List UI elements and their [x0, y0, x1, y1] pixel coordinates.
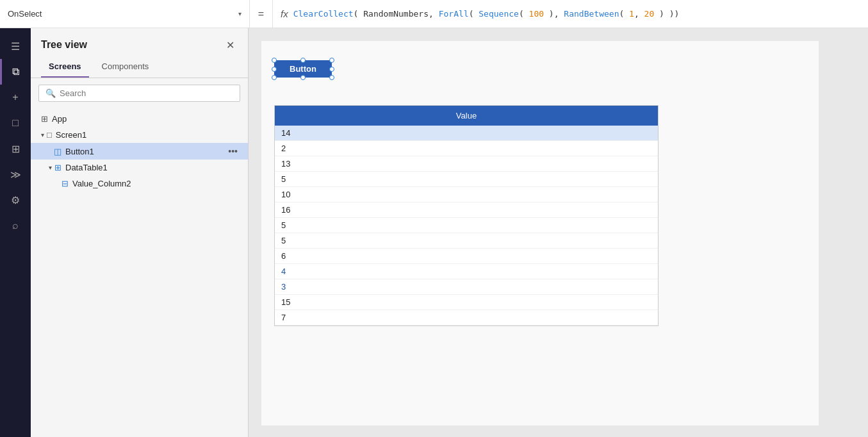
table-row: 15: [275, 295, 658, 310]
handle-bottom-right: [329, 75, 334, 80]
handle-middle-right: [329, 67, 334, 72]
handle-top-left: [272, 58, 277, 63]
sidebar-item-settings[interactable]: ⚙: [0, 187, 31, 213]
table-row: 10: [275, 187, 658, 202]
add-icon: +: [12, 92, 18, 103]
table-row: 2: [275, 141, 658, 156]
table-row: 5: [275, 233, 658, 249]
table-row: 7: [275, 310, 658, 326]
shapes-icon: □: [12, 117, 19, 129]
property-selector[interactable]: OnSelect ▾: [0, 0, 250, 28]
handle-bottom-left: [272, 75, 277, 80]
sidebar-item-add[interactable]: +: [0, 85, 31, 110]
canvas-datatable: Value 142135101655643157: [274, 105, 659, 326]
panel-header: Tree view ✕: [31, 28, 248, 58]
tree-label-app: App: [52, 114, 67, 124]
sidebar-item-hamburger[interactable]: ☰: [0, 33, 31, 59]
settings-icon: ⚙: [11, 194, 20, 206]
tree-item-app[interactable]: ⊞ App: [31, 111, 248, 127]
variables-icon: ≫: [10, 169, 21, 181]
sidebar-item-layers[interactable]: ⧉: [0, 59, 31, 85]
tree-label-value-column2: Value_Column2: [72, 179, 131, 188]
table-row: 4: [275, 264, 658, 279]
tab-screens[interactable]: Screens: [41, 58, 89, 78]
tree-item-button1[interactable]: ◫ Button1 •••: [31, 143, 248, 160]
handle-top-right: [329, 58, 334, 63]
side-panel: Tree view ✕ Screens Components 🔍 ⊞ App ▾…: [31, 28, 249, 437]
tree-label-datatable1: DataTable1: [65, 163, 108, 172]
canvas-area: Button Value 142135101655643157: [249, 28, 868, 437]
table-row: 13: [275, 156, 658, 172]
icon-bar: ☰ ⧉ + □ ⊞ ≫ ⚙ ⌕: [0, 28, 31, 437]
column-icon: ⊟: [61, 179, 69, 188]
tree-item-datatable1[interactable]: ▾ ⊞ DataTable1: [31, 160, 248, 176]
table-row: 5: [275, 172, 658, 187]
layers-icon: ⧉: [12, 66, 19, 78]
hamburger-icon: ☰: [11, 40, 20, 53]
data-icon: ⊞: [12, 143, 20, 155]
sidebar-item-search[interactable]: ⌕: [0, 213, 31, 238]
sidebar-item-variables[interactable]: ≫: [0, 161, 31, 187]
datatable-icon: ⊞: [54, 163, 61, 172]
datatable-header: Value: [275, 106, 658, 126]
formula-text: ClearCollect( RandomNumbers, ForAll( Seq…: [293, 9, 680, 19]
property-select-text: OnSelect: [8, 9, 42, 19]
canvas-button-wrapper[interactable]: Button: [274, 60, 332, 78]
tree-item-screen1[interactable]: ▾ □ Screen1: [31, 127, 248, 143]
canvas-button-label: Button: [290, 64, 316, 74]
search-box[interactable]: 🔍: [38, 85, 240, 102]
panel-title: Tree view: [41, 39, 87, 51]
expand-icon-screen1: ▾: [41, 131, 44, 138]
canvas-inner: Button Value 142135101655643157: [261, 41, 819, 425]
canvas-button[interactable]: Button: [274, 60, 332, 78]
formula-icon: fx: [281, 8, 288, 19]
table-row: 5: [275, 218, 658, 233]
search-icon: ⌕: [12, 220, 19, 231]
button-icon: ◫: [54, 147, 61, 156]
sidebar-item-shapes[interactable]: □: [0, 110, 31, 136]
sidebar-item-data[interactable]: ⊞: [0, 136, 31, 161]
datatable-rows: 142135101655643157: [275, 126, 658, 326]
chevron-down-icon: ▾: [238, 10, 242, 17]
table-row: 16: [275, 202, 658, 218]
main-layout: ☰ ⧉ + □ ⊞ ≫ ⚙ ⌕ Tree view ✕ Screens: [0, 28, 868, 437]
table-row: 3: [275, 279, 658, 295]
handle-top-center: [300, 58, 306, 63]
more-options-button[interactable]: •••: [228, 146, 238, 156]
table-row: 14: [275, 126, 658, 141]
expand-icon-datatable1: ▾: [49, 164, 52, 171]
top-bar: OnSelect ▾ = fx ClearCollect( RandomNumb…: [0, 0, 868, 28]
search-icon: 🔍: [45, 88, 56, 98]
tree-content: ⊞ App ▾ □ Screen1 ◫ Button1 ••• ▾ ⊞ Data…: [31, 108, 248, 437]
tab-components[interactable]: Components: [94, 58, 157, 78]
close-button[interactable]: ✕: [222, 37, 238, 53]
handle-bottom-center: [300, 75, 306, 80]
table-row: 6: [275, 249, 658, 264]
equals-sign: =: [250, 0, 273, 28]
panel-tabs: Screens Components: [31, 58, 248, 78]
handle-middle-left: [272, 67, 277, 72]
tree-label-screen1: Screen1: [56, 130, 86, 140]
formula-bar[interactable]: fx ClearCollect( RandomNumbers, ForAll( …: [273, 0, 868, 28]
tree-label-button1: Button1: [65, 147, 94, 156]
app-icon: ⊞: [41, 114, 48, 124]
search-input[interactable]: [60, 88, 233, 98]
screen-icon: □: [47, 130, 52, 140]
tree-item-value-column2[interactable]: ⊟ Value_Column2: [31, 176, 248, 192]
